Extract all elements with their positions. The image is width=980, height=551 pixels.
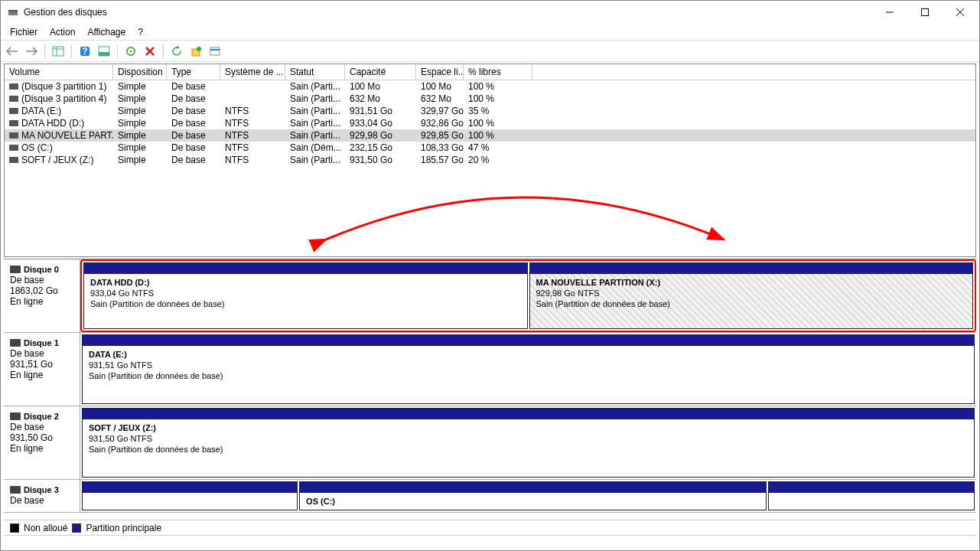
col-type[interactable]: Type: [167, 64, 220, 80]
disk-row: Disque 3De baseOS (C:): [4, 480, 976, 513]
partition-body: [769, 493, 974, 510]
legend: Non alloué Partition principale: [4, 520, 976, 535]
volume-icon: [9, 96, 18, 102]
partition[interactable]: SOFT / JEUX (Z:)931,50 Go NTFSSain (Part…: [82, 408, 975, 478]
partition-header-bar: [769, 482, 974, 493]
titlebar: Gestion des disques: [1, 1, 979, 24]
col-pctfree[interactable]: % libres: [464, 64, 532, 80]
svg-rect-3: [922, 9, 929, 16]
partition[interactable]: MA NOUVELLE PARTITION (X:)929,98 Go NTFS…: [529, 262, 974, 329]
forward-button[interactable]: [23, 43, 40, 60]
delete-button[interactable]: [142, 43, 158, 60]
partition-body: OS (C:): [300, 493, 766, 510]
partition-container: OS (C:): [80, 480, 976, 512]
svg-text:?: ?: [82, 46, 87, 57]
statusbar: [4, 535, 976, 549]
volume-list-body[interactable]: (Disque 3 partition 1)SimpleDe baseSain …: [5, 80, 975, 256]
back-button[interactable]: [4, 43, 21, 60]
disk-icon: [10, 339, 21, 347]
volume-list-header: Volume Disposition Type Système de ... S…: [5, 64, 975, 80]
partition-header-bar: [300, 482, 766, 493]
volume-row[interactable]: DATA (E:)SimpleDe baseNTFSSain (Parti...…: [5, 105, 975, 117]
partition[interactable]: DATA HDD (D:)933,04 Go NTFSSain (Partiti…: [83, 262, 528, 329]
partition[interactable]: OS (C:): [299, 481, 767, 510]
menu-file[interactable]: Fichier: [4, 25, 44, 39]
volume-icon: [9, 83, 18, 90]
toolbar-separator: [71, 44, 72, 58]
menubar: Fichier Action Affichage ?: [1, 24, 979, 41]
volume-list: Volume Disposition Type Système de ... S…: [4, 64, 976, 257]
volume-row[interactable]: SOFT / JEUX (Z:)SimpleDe baseNTFSSain (P…: [5, 154, 975, 166]
legend-swatch-unallocated: [10, 523, 19, 533]
volume-icon: [9, 120, 18, 126]
disk-icon: [10, 486, 21, 494]
legend-swatch-primary: [72, 523, 81, 533]
disk-management-window: Gestion des disques Fichier Action Affic…: [0, 0, 980, 551]
disk-graphic-panel[interactable]: Disque 0De base1863,02 GoEn ligneDATA HD…: [4, 259, 976, 520]
toolbar-separator: [44, 44, 45, 58]
partition[interactable]: DATA (E:)931,51 Go NTFSSain (Partition d…: [82, 334, 975, 404]
col-layout[interactable]: Disposition: [113, 64, 167, 80]
volume-row[interactable]: (Disque 3 partition 1)SimpleDe baseSain …: [5, 80, 975, 93]
col-volume[interactable]: Volume: [5, 64, 113, 80]
disk-info[interactable]: Disque 0De base1863,02 GoEn ligne: [4, 259, 80, 332]
volume-icon: [9, 108, 18, 114]
disk-row: Disque 1De base931,51 GoEn ligneDATA (E:…: [4, 333, 976, 406]
partition-container: DATA (E:)931,51 Go NTFSSain (Partition d…: [80, 333, 976, 406]
volume-row[interactable]: MA NOUVELLE PART...SimpleDe baseNTFSSain…: [5, 129, 975, 142]
legend-unallocated-label: Non alloué: [24, 523, 67, 533]
partition-header-bar: [84, 263, 527, 274]
svg-rect-12: [99, 52, 109, 56]
toolbar: ?: [1, 41, 979, 62]
properties-button[interactable]: [207, 43, 223, 60]
close-button[interactable]: [943, 1, 978, 24]
partition[interactable]: [82, 481, 298, 510]
col-filesystem[interactable]: Système de ...: [220, 64, 285, 80]
new-volume-button[interactable]: [187, 43, 204, 60]
svg-rect-6: [53, 47, 63, 56]
maximize-button[interactable]: [907, 1, 943, 24]
disk-info[interactable]: Disque 2De base931,50 GoEn ligne: [4, 406, 80, 479]
disk-info[interactable]: Disque 3De base: [4, 480, 80, 512]
disk-icon: [10, 412, 21, 420]
partition[interactable]: [768, 481, 975, 510]
window-title: Gestion des disques: [24, 7, 872, 18]
disk-info[interactable]: Disque 1De base931,51 GoEn ligne: [4, 333, 80, 406]
svg-rect-1: [8, 10, 18, 11]
volume-icon: [9, 145, 18, 151]
help-button[interactable]: ?: [77, 43, 93, 60]
partition-header-bar: [83, 409, 974, 419]
partition-body: DATA (E:)931,51 Go NTFSSain (Partition d…: [83, 346, 974, 403]
volume-row[interactable]: (Disque 3 partition 4)SimpleDe baseSain …: [5, 93, 975, 105]
svg-rect-19: [210, 47, 220, 55]
window-controls: [872, 1, 978, 24]
svg-point-14: [130, 50, 132, 52]
menu-help[interactable]: ?: [132, 25, 149, 39]
app-icon: [7, 6, 19, 18]
annotation-arrow: [5, 171, 969, 262]
partition-container: DATA HDD (D:)933,04 Go NTFSSain (Partiti…: [80, 259, 976, 332]
partition-header-bar: [83, 482, 297, 493]
legend-primary-label: Partition principale: [86, 523, 161, 533]
volume-row[interactable]: DATA HDD (D:)SimpleDe baseNTFSSain (Part…: [5, 117, 975, 129]
partition-container: SOFT / JEUX (Z:)931,50 Go NTFSSain (Part…: [80, 406, 976, 479]
list-bottom-button[interactable]: [96, 43, 112, 60]
toolbar-separator: [163, 44, 164, 58]
volume-row[interactable]: OS (C:)SimpleDe baseNTFSSain (Dém...232,…: [5, 142, 975, 154]
partition-header-bar: [530, 263, 973, 274]
partition-body: [83, 493, 297, 510]
col-capacity[interactable]: Capacité: [345, 64, 416, 80]
col-status[interactable]: Statut: [285, 64, 345, 80]
toolbar-separator: [117, 44, 118, 58]
settings-button[interactable]: [122, 43, 139, 60]
menu-action[interactable]: Action: [44, 25, 81, 39]
details-view-button[interactable]: [50, 43, 67, 60]
minimize-button[interactable]: [872, 1, 907, 24]
partition-body: MA NOUVELLE PARTITION (X:)929,98 Go NTFS…: [530, 274, 973, 328]
menu-view[interactable]: Affichage: [81, 25, 132, 39]
partition-body: DATA HDD (D:)933,04 Go NTFSSain (Partiti…: [84, 274, 527, 328]
col-free[interactable]: Espace li...: [416, 64, 464, 80]
refresh-button[interactable]: [168, 43, 185, 60]
svg-point-18: [197, 47, 201, 51]
partition-header-bar: [83, 335, 974, 346]
